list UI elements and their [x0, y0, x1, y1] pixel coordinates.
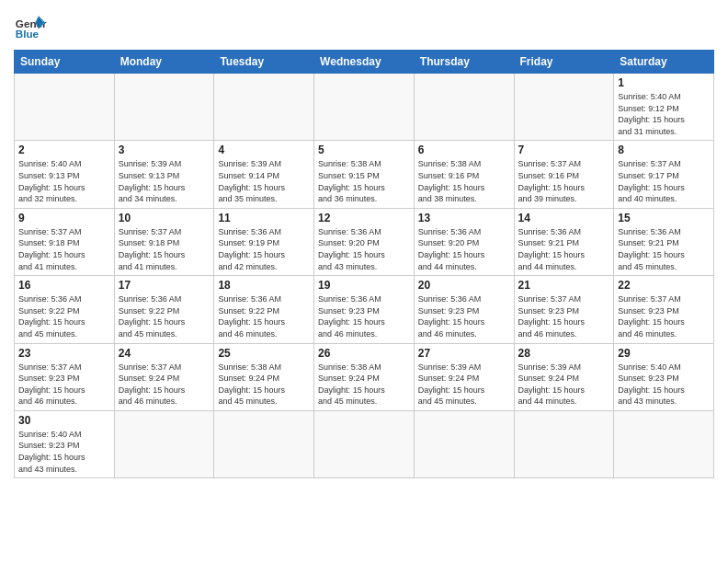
calendar-cell: 18Sunrise: 5:36 AM Sunset: 9:22 PM Dayli… [214, 276, 314, 343]
day-number: 25 [218, 347, 310, 360]
calendar-cell: 3Sunrise: 5:39 AM Sunset: 9:13 PM Daylig… [114, 141, 214, 208]
day-info: Sunrise: 5:37 AM Sunset: 9:23 PM Dayligh… [18, 362, 110, 408]
day-info: Sunrise: 5:36 AM Sunset: 9:19 PM Dayligh… [218, 226, 310, 272]
day-number: 24 [119, 347, 210, 360]
day-info: Sunrise: 5:38 AM Sunset: 9:24 PM Dayligh… [318, 362, 410, 408]
calendar-cell: 4Sunrise: 5:39 AM Sunset: 9:14 PM Daylig… [214, 141, 314, 208]
calendar-cell: 11Sunrise: 5:36 AM Sunset: 9:19 PM Dayli… [214, 208, 314, 275]
day-number: 3 [119, 144, 210, 156]
day-number: 4 [218, 144, 310, 156]
page-header: General Blue [14, 9, 714, 42]
day-info: Sunrise: 5:36 AM Sunset: 9:22 PM Dayligh… [119, 293, 210, 339]
calendar-cell: 10Sunrise: 5:37 AM Sunset: 9:18 PM Dayli… [114, 208, 214, 275]
col-header-sunday: Sunday [15, 51, 115, 74]
day-number: 7 [518, 144, 610, 156]
calendar-cell: 7Sunrise: 5:37 AM Sunset: 9:16 PM Daylig… [514, 141, 614, 208]
day-number: 10 [119, 212, 210, 224]
calendar-cell: 20Sunrise: 5:36 AM Sunset: 9:23 PM Dayli… [414, 276, 514, 343]
calendar-cell: 17Sunrise: 5:36 AM Sunset: 9:22 PM Dayli… [114, 276, 214, 343]
day-number: 22 [618, 279, 710, 292]
calendar-cell [614, 410, 714, 477]
calendar-cell: 13Sunrise: 5:36 AM Sunset: 9:20 PM Dayli… [414, 208, 514, 275]
day-info: Sunrise: 5:37 AM Sunset: 9:23 PM Dayligh… [618, 293, 710, 339]
day-number: 8 [618, 144, 710, 156]
day-info: Sunrise: 5:36 AM Sunset: 9:21 PM Dayligh… [518, 226, 610, 272]
day-number: 17 [119, 279, 210, 292]
day-info: Sunrise: 5:36 AM Sunset: 9:22 PM Dayligh… [18, 293, 110, 339]
calendar-cell: 12Sunrise: 5:36 AM Sunset: 9:20 PM Dayli… [314, 208, 415, 275]
day-number: 9 [18, 212, 110, 224]
day-info: Sunrise: 5:39 AM Sunset: 9:24 PM Dayligh… [518, 362, 610, 408]
day-number: 5 [318, 144, 410, 156]
day-info: Sunrise: 5:40 AM Sunset: 9:13 PM Dayligh… [18, 158, 110, 204]
col-header-wednesday: Wednesday [314, 51, 415, 74]
day-info: Sunrise: 5:37 AM Sunset: 9:17 PM Dayligh… [618, 158, 710, 204]
day-number: 27 [418, 347, 510, 360]
day-number: 26 [318, 347, 410, 360]
calendar-cell [214, 74, 314, 141]
calendar-cell [514, 410, 614, 477]
calendar-cell [214, 410, 314, 477]
day-number: 21 [518, 279, 610, 292]
day-number: 2 [18, 144, 110, 156]
day-number: 20 [418, 279, 510, 292]
calendar-cell: 9Sunrise: 5:37 AM Sunset: 9:18 PM Daylig… [15, 208, 115, 275]
day-info: Sunrise: 5:39 AM Sunset: 9:24 PM Dayligh… [418, 362, 510, 408]
col-header-thursday: Thursday [414, 51, 514, 74]
day-number: 29 [618, 347, 710, 360]
calendar-cell: 21Sunrise: 5:37 AM Sunset: 9:23 PM Dayli… [514, 276, 614, 343]
col-header-saturday: Saturday [614, 51, 714, 74]
calendar-cell [15, 74, 115, 141]
calendar-cell: 27Sunrise: 5:39 AM Sunset: 9:24 PM Dayli… [414, 343, 514, 410]
calendar-cell: 15Sunrise: 5:36 AM Sunset: 9:21 PM Dayli… [614, 208, 714, 275]
col-header-friday: Friday [514, 51, 614, 74]
calendar-cell: 29Sunrise: 5:40 AM Sunset: 9:23 PM Dayli… [614, 343, 714, 410]
day-number: 18 [218, 279, 310, 292]
logo-icon: General Blue [14, 9, 47, 42]
col-header-monday: Monday [114, 51, 214, 74]
calendar-cell: 23Sunrise: 5:37 AM Sunset: 9:23 PM Dayli… [15, 343, 115, 410]
calendar-cell: 19Sunrise: 5:36 AM Sunset: 9:23 PM Dayli… [314, 276, 415, 343]
day-number: 19 [318, 279, 410, 292]
day-info: Sunrise: 5:39 AM Sunset: 9:13 PM Dayligh… [119, 158, 210, 204]
day-info: Sunrise: 5:36 AM Sunset: 9:22 PM Dayligh… [218, 293, 310, 339]
calendar-cell: 26Sunrise: 5:38 AM Sunset: 9:24 PM Dayli… [314, 343, 415, 410]
day-info: Sunrise: 5:38 AM Sunset: 9:15 PM Dayligh… [318, 158, 410, 204]
day-info: Sunrise: 5:38 AM Sunset: 9:16 PM Dayligh… [418, 158, 510, 204]
calendar-cell: 25Sunrise: 5:38 AM Sunset: 9:24 PM Dayli… [214, 343, 314, 410]
calendar-cell [114, 410, 214, 477]
day-number: 6 [418, 144, 510, 156]
day-info: Sunrise: 5:36 AM Sunset: 9:23 PM Dayligh… [418, 293, 510, 339]
calendar-cell: 16Sunrise: 5:36 AM Sunset: 9:22 PM Dayli… [15, 276, 115, 343]
day-info: Sunrise: 5:40 AM Sunset: 9:12 PM Dayligh… [618, 91, 710, 137]
day-info: Sunrise: 5:36 AM Sunset: 9:21 PM Dayligh… [618, 226, 710, 272]
day-number: 12 [318, 212, 410, 224]
calendar-cell [114, 74, 214, 141]
day-info: Sunrise: 5:36 AM Sunset: 9:20 PM Dayligh… [418, 226, 510, 272]
calendar-cell: 14Sunrise: 5:36 AM Sunset: 9:21 PM Dayli… [514, 208, 614, 275]
day-info: Sunrise: 5:37 AM Sunset: 9:18 PM Dayligh… [119, 226, 210, 272]
day-number: 28 [518, 347, 610, 360]
day-number: 15 [618, 212, 710, 224]
day-number: 14 [518, 212, 610, 224]
calendar-cell [314, 410, 415, 477]
day-info: Sunrise: 5:36 AM Sunset: 9:23 PM Dayligh… [318, 293, 410, 339]
calendar-cell: 22Sunrise: 5:37 AM Sunset: 9:23 PM Dayli… [614, 276, 714, 343]
calendar-cell: 1Sunrise: 5:40 AM Sunset: 9:12 PM Daylig… [614, 74, 714, 141]
day-info: Sunrise: 5:37 AM Sunset: 9:23 PM Dayligh… [518, 293, 610, 339]
svg-text:Blue: Blue [16, 28, 40, 40]
day-info: Sunrise: 5:39 AM Sunset: 9:14 PM Dayligh… [218, 158, 310, 204]
calendar-cell: 2Sunrise: 5:40 AM Sunset: 9:13 PM Daylig… [15, 141, 115, 208]
calendar-cell: 5Sunrise: 5:38 AM Sunset: 9:15 PM Daylig… [314, 141, 415, 208]
day-info: Sunrise: 5:36 AM Sunset: 9:20 PM Dayligh… [318, 226, 410, 272]
day-number: 23 [18, 347, 110, 360]
day-number: 30 [18, 414, 110, 427]
calendar-cell [314, 74, 415, 141]
day-info: Sunrise: 5:37 AM Sunset: 9:24 PM Dayligh… [119, 362, 210, 408]
calendar-cell [414, 410, 514, 477]
calendar-cell: 6Sunrise: 5:38 AM Sunset: 9:16 PM Daylig… [414, 141, 514, 208]
day-number: 16 [18, 279, 110, 292]
col-header-tuesday: Tuesday [214, 51, 314, 74]
day-number: 1 [618, 76, 710, 89]
day-info: Sunrise: 5:40 AM Sunset: 9:23 PM Dayligh… [18, 429, 110, 475]
